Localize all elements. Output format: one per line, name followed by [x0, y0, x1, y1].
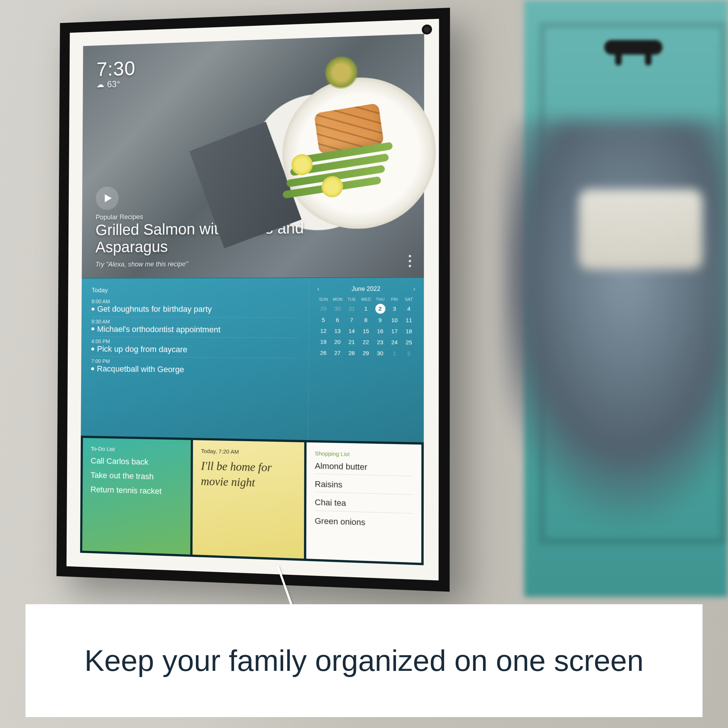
todo-header: To-Do List — [91, 445, 183, 454]
shopping-item[interactable]: Green onions — [315, 516, 412, 531]
calendar-day[interactable]: 14 — [346, 326, 358, 336]
calendar-day[interactable]: 26 — [317, 348, 330, 358]
calendar-day[interactable]: 22 — [359, 337, 372, 347]
calendar-day[interactable]: 20 — [331, 337, 344, 347]
play-icon — [103, 194, 113, 203]
bullet-icon — [91, 347, 94, 350]
calendar-day[interactable]: 2 — [375, 304, 385, 314]
calendar-dow: WED — [359, 296, 372, 303]
shopping-item[interactable]: Almond butter — [315, 461, 413, 476]
temperature-value: 63° — [107, 79, 120, 90]
echo-show-device: 7:30 ☁ 63° Popular Recipes Grilled Salmo… — [57, 8, 450, 592]
sticky-note-widget[interactable]: Today, 7:20 AM I'll be home for movie ni… — [193, 440, 304, 559]
calendar-dow: SAT — [402, 296, 415, 303]
calendar-day[interactable]: 21 — [346, 337, 358, 347]
calendar-dow: FRI — [388, 296, 401, 303]
calendar-day[interactable]: 19 — [317, 337, 330, 347]
shopping-header: Shopping List — [315, 450, 413, 459]
play-button[interactable] — [96, 187, 119, 210]
agenda-item[interactable]: 8:00 AM Get doughnuts for birthday party — [91, 297, 298, 317]
calendar-dow: SUN — [317, 296, 330, 303]
calendar-day[interactable]: 18 — [402, 327, 415, 336]
calendar-day[interactable]: 4 — [402, 304, 415, 314]
calendar-day[interactable]: 27 — [331, 348, 344, 358]
calendar-day[interactable]: 5 — [317, 315, 330, 325]
calendar-day[interactable]: 23 — [374, 337, 387, 347]
calendar-dow: MON — [331, 296, 344, 303]
calendar-day[interactable]: 1 — [359, 304, 372, 314]
calendar-day[interactable]: 11 — [402, 316, 415, 325]
bullet-icon — [91, 367, 94, 370]
bullet-icon — [91, 327, 94, 330]
calendar-day[interactable]: 2 — [402, 349, 415, 359]
calendar-day[interactable]: 30 — [374, 348, 387, 358]
hero-recipe-card[interactable]: 7:30 ☁ 63° Popular Recipes Grilled Salmo… — [82, 34, 424, 278]
agenda-list[interactable]: Today 8:00 AM Get doughnuts for birthday… — [81, 278, 309, 440]
widget-row: To-Do List Call Carlos backTake out the … — [80, 436, 424, 565]
calendar-day[interactable]: 24 — [388, 337, 401, 347]
hanging-jacket — [502, 120, 728, 557]
calendar-panel[interactable]: Today 8:00 AM Get doughnuts for birthday… — [81, 277, 424, 442]
agenda-item[interactable]: 4:00 PM Pick up dog from daycare — [91, 337, 298, 359]
month-calendar[interactable]: ‹ June 2022 › SUNMONTUEWEDTHUFRISAT29303… — [308, 278, 424, 442]
calendar-day[interactable]: 9 — [374, 315, 387, 325]
coat-hook — [604, 40, 662, 55]
agenda-header: Today — [92, 286, 298, 294]
calendar-day[interactable]: 29 — [317, 304, 330, 314]
note-text: I'll be home for movie night — [201, 458, 296, 491]
calendar-day[interactable]: 13 — [331, 326, 344, 336]
device-screen[interactable]: 7:30 ☁ 63° Popular Recipes Grilled Salmo… — [80, 34, 424, 565]
shopping-list-widget[interactable]: Shopping List Almond butterRaisinsChai t… — [306, 442, 421, 563]
calendar-day[interactable]: 16 — [374, 327, 387, 336]
calendar-dow: THU — [374, 296, 387, 303]
calendar-day[interactable]: 7 — [346, 315, 358, 325]
cloud-icon: ☁ — [96, 80, 104, 90]
calendar-day[interactable]: 3 — [388, 304, 401, 314]
calendar-day[interactable]: 10 — [388, 316, 401, 325]
calendar-day[interactable]: 31 — [346, 304, 358, 314]
shopping-item[interactable]: Chai tea — [315, 498, 413, 514]
calendar-day[interactable]: 25 — [402, 338, 415, 347]
calendar-day[interactable]: 1 — [388, 349, 401, 358]
calendar-day[interactable]: 6 — [331, 315, 344, 325]
agenda-item-title: Get doughnuts for birthday party — [97, 305, 212, 314]
agenda-item-title: Pick up dog from daycare — [97, 344, 187, 354]
calendar-day[interactable]: 17 — [388, 327, 401, 336]
marketing-caption-bar: Keep your family organized on one screen — [26, 604, 702, 717]
hanging-bag — [579, 189, 702, 269]
todo-item[interactable]: Take out the trash — [91, 470, 183, 482]
agenda-item-time: 8:00 AM — [92, 298, 298, 305]
chevron-right-icon[interactable]: › — [413, 286, 415, 293]
note-timestamp: Today, 7:20 AM — [201, 448, 296, 456]
shopping-item[interactable]: Raisins — [315, 479, 413, 495]
calendar-grid[interactable]: SUNMONTUEWEDTHUFRISAT2930311234567891011… — [317, 296, 415, 358]
calendar-day[interactable]: 29 — [359, 348, 372, 358]
bullet-icon — [91, 307, 94, 310]
calendar-day[interactable]: 12 — [317, 326, 330, 336]
agenda-item[interactable]: 7:00 PM Racquetball with George — [91, 357, 297, 379]
calendar-dow: TUE — [346, 296, 358, 303]
agenda-item-time: 9:30 AM — [91, 318, 298, 325]
todo-item[interactable]: Call Carlos back — [91, 456, 183, 468]
agenda-item-title: Michael's orthodontist appointment — [97, 324, 220, 334]
calendar-day[interactable]: 8 — [359, 315, 372, 325]
more-options-button[interactable] — [406, 255, 413, 268]
caption-text: Keep your family organized on one screen — [84, 642, 644, 679]
todo-widget[interactable]: To-Do List Call Carlos backTake out the … — [82, 438, 191, 555]
calendar-day[interactable]: 15 — [359, 327, 372, 336]
agenda-item[interactable]: 9:30 AM Michael's orthodontist appointme… — [91, 317, 298, 338]
calendar-month-label: June 2022 — [352, 286, 380, 293]
todo-item[interactable]: Return tennis racket — [90, 485, 182, 497]
calendar-day[interactable]: 30 — [331, 304, 344, 314]
agenda-item-title: Racquetball with George — [97, 364, 184, 374]
chevron-left-icon[interactable]: ‹ — [317, 286, 319, 293]
voice-prompt-hint: Try "Alexa, show me this recipe" — [95, 259, 409, 269]
calendar-day[interactable]: 28 — [346, 348, 358, 358]
